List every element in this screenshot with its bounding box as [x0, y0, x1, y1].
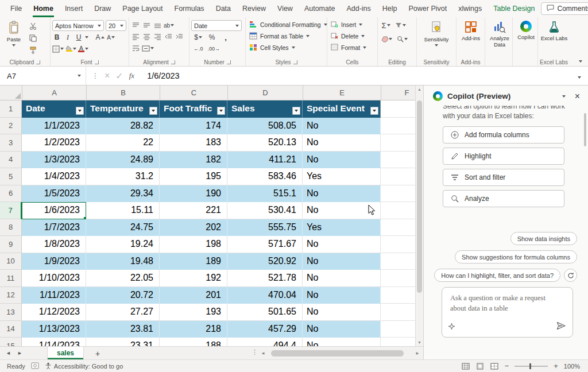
row-header-2[interactable]: 2: [0, 118, 22, 135]
cell-E13[interactable]: No: [303, 304, 381, 321]
cell-A9[interactable]: 1/8/2023: [22, 236, 86, 253]
decrease-indent-button[interactable]: [164, 32, 173, 42]
dialog-launcher-icon[interactable]: [293, 60, 297, 64]
cell-B5[interactable]: 31.2: [86, 168, 160, 185]
analyze-data-button[interactable]: Analyze Data: [487, 19, 512, 49]
cell-A4[interactable]: 1/3/2023: [22, 152, 86, 169]
delete-cells-button[interactable]: Delete: [331, 30, 376, 42]
cell-A7[interactable]: 1/6/2023: [22, 202, 86, 219]
align-center-button[interactable]: [142, 32, 151, 42]
scroll-down-icon[interactable]: ▼: [416, 340, 423, 344]
tab-bar-grip[interactable]: ⋮: [252, 348, 258, 356]
increase-font-button[interactable]: A: [95, 32, 105, 42]
formula-input[interactable]: 1/6/2023: [140, 71, 578, 80]
cell-E3[interactable]: No: [303, 134, 381, 152]
send-icon[interactable]: [556, 321, 566, 332]
table-header-temperature[interactable]: Temperature: [86, 100, 160, 118]
row-header-6[interactable]: 6: [0, 185, 22, 203]
filter-dropdown-icon[interactable]: [76, 107, 84, 115]
cut-button[interactable]: [28, 21, 37, 31]
ribbon-tab-insert[interactable]: Insert: [59, 0, 88, 17]
cell-A2[interactable]: 1/1/2023: [22, 118, 86, 135]
cell-D2[interactable]: 508.05: [227, 118, 303, 135]
sheet-tab-sales[interactable]: sales: [47, 347, 84, 359]
decrease-decimal-button[interactable]: .00→: [208, 44, 220, 54]
format-cells-button[interactable]: Format: [331, 42, 376, 53]
cell-A12[interactable]: 1/11/2023: [22, 287, 86, 304]
macro-record-icon[interactable]: [31, 362, 39, 370]
cell-E8[interactable]: Yes: [303, 219, 381, 237]
font-color-button[interactable]: A: [78, 44, 88, 54]
panel-scrollbar-thumb[interactable]: [584, 113, 586, 146]
scroll-left-icon[interactable]: ◄: [260, 351, 266, 356]
cell-E12[interactable]: No: [303, 287, 381, 304]
align-top-button[interactable]: [131, 20, 140, 30]
filter-dropdown-icon[interactable]: [217, 107, 225, 115]
option-analyze[interactable]: Analyze: [443, 190, 564, 207]
filter-dropdown-icon[interactable]: [292, 107, 300, 115]
name-box[interactable]: A7: [0, 67, 86, 85]
cell-A8[interactable]: 1/7/2023: [22, 219, 86, 237]
percent-style-button[interactable]: %: [207, 32, 216, 42]
zoom-level[interactable]: 100%: [564, 363, 580, 370]
italic-button[interactable]: I: [63, 32, 72, 42]
ribbon-tab-help[interactable]: Help: [377, 0, 403, 17]
option-add-formula-columns[interactable]: Add formula columns: [443, 126, 564, 144]
row-header-12[interactable]: 12: [0, 287, 22, 304]
cell-C2[interactable]: 174: [160, 118, 227, 135]
chevron-down-icon[interactable]: [85, 36, 88, 38]
cell-C14[interactable]: 218: [160, 321, 227, 338]
cell-A14[interactable]: 1/13/2023: [22, 321, 86, 338]
dialog-launcher-icon[interactable]: [171, 60, 175, 64]
cell-E7[interactable]: No: [303, 202, 381, 219]
cell-B10[interactable]: 19.48: [86, 253, 160, 270]
number-format-combo[interactable]: Date: [191, 20, 242, 31]
column-header-D[interactable]: D: [228, 86, 303, 100]
cell-B11[interactable]: 22.05: [86, 270, 160, 287]
paste-button[interactable]: Paste: [2, 19, 26, 55]
cell-D12[interactable]: 470.04: [227, 287, 303, 304]
zoom-in-button[interactable]: +: [554, 362, 558, 370]
addins-button[interactable]: Add-ins: [458, 19, 483, 44]
prompt-suggestions-icon[interactable]: [448, 322, 455, 332]
cell-D3[interactable]: 520.13: [227, 134, 303, 152]
vertical-scrollbar-thumb[interactable]: [417, 100, 422, 293]
table-header-foot-traffic[interactable]: Foot Traffic: [160, 100, 227, 118]
ribbon-tab-xlwings[interactable]: xlwings: [452, 0, 488, 17]
cell-E10[interactable]: No: [303, 253, 381, 270]
autosum-button[interactable]: Σ: [381, 20, 390, 30]
cell-B3[interactable]: 22: [86, 134, 160, 152]
cell-B13[interactable]: 27.27: [86, 304, 160, 321]
sort-filter-button[interactable]: [395, 20, 406, 30]
cell-E2[interactable]: No: [303, 118, 381, 135]
ribbon-tab-home[interactable]: Home: [28, 0, 59, 17]
row-header-10[interactable]: 10: [0, 253, 22, 270]
cell-B12[interactable]: 20.72: [86, 287, 160, 304]
cell-D11[interactable]: 521.78: [227, 270, 303, 287]
underline-button[interactable]: U: [74, 32, 83, 42]
ribbon-tab-add-ins[interactable]: Add-ins: [341, 0, 376, 17]
zoom-slider[interactable]: [514, 366, 548, 367]
expand-formula-bar-icon[interactable]: [578, 76, 581, 79]
merge-center-button[interactable]: [142, 43, 154, 53]
copy-button[interactable]: [28, 33, 37, 43]
row-header-5[interactable]: 5: [0, 168, 22, 185]
increase-indent-button[interactable]: [175, 32, 184, 42]
cell-B15[interactable]: 23.31: [86, 338, 160, 346]
orientation-button[interactable]: ab: [164, 20, 174, 30]
font-name-combo[interactable]: Aptos Narrow: [52, 20, 104, 31]
suggestion-show-data-insights[interactable]: Show data insights: [510, 232, 577, 245]
ribbon-tab-table-design[interactable]: Table Design: [488, 0, 540, 17]
collapse-ribbon-icon[interactable]: [579, 60, 582, 63]
table-header-sales[interactable]: Sales: [227, 100, 303, 118]
cell-E15[interactable]: No: [303, 338, 381, 346]
ribbon-tab-review[interactable]: Review: [237, 0, 272, 17]
ribbon-tab-automate[interactable]: Automate: [299, 0, 341, 17]
copilot-input-box[interactable]: Ask a question or make a request about d…: [442, 287, 573, 338]
cell-D7[interactable]: 530.41: [227, 202, 303, 219]
comma-style-button[interactable]: ,: [221, 32, 230, 42]
insert-cells-button[interactable]: Insert: [331, 19, 376, 30]
ribbon-tab-file[interactable]: File: [5, 0, 28, 17]
align-left-button[interactable]: [131, 32, 140, 42]
cell-C7[interactable]: 221: [160, 202, 227, 219]
